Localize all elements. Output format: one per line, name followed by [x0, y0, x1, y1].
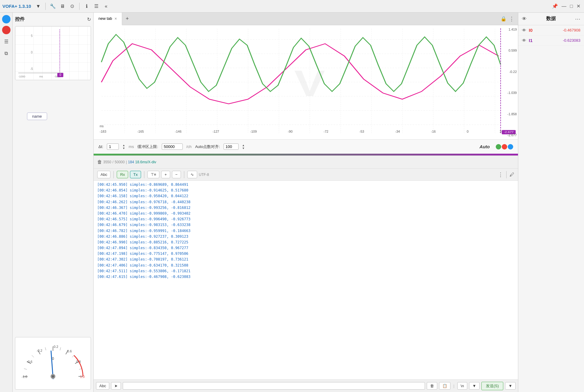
x-label: -109 [250, 130, 257, 133]
record-button[interactable] [2, 26, 11, 34]
serial-current: 3550 [103, 160, 111, 164]
green-dot[interactable] [496, 144, 501, 149]
tab-right-controls: 🔒 ⋮ [501, 16, 518, 22]
arrow-btn[interactable]: ➤ [111, 382, 121, 390]
log-line: [00:42:47.094] simples:-0.834350, 0.9672… [97, 245, 514, 251]
chart-area[interactable]: V -2.677 1.419 0.599 -0.22 -1.039 -1.858… [94, 25, 518, 139]
x-label: -165 [137, 130, 144, 133]
waveform-chart: V -2.677 [94, 25, 518, 139]
svg-text:0: 0 [52, 357, 54, 361]
log-line: [00:42:46.054] simples:-0.914625, 0.5176… [97, 188, 514, 193]
tab-add-button[interactable]: + [122, 16, 133, 22]
back-icon[interactable]: « [102, 3, 110, 10]
newline-dropdown[interactable]: ▼ [469, 382, 480, 390]
send-button[interactable]: 发送(S) [481, 382, 503, 390]
monitor-icon[interactable]: 🖥 [59, 3, 66, 10]
mini-chart[interactable]: 5 0 -5 -1000 ms -500 0 [15, 26, 91, 80]
serial-sep1: / [113, 160, 113, 164]
log-line: [00:42:46.679] simples:-0.983153, -0.633… [97, 222, 514, 228]
trash-icon[interactable]: 🗑 [97, 159, 102, 165]
abc-input-btn[interactable]: Abc [96, 382, 109, 390]
separator2 [79, 3, 80, 10]
auto-spinner[interactable]: ▲▼ [242, 144, 245, 150]
fingerprint-icon[interactable]: ☰ [93, 3, 100, 10]
serial-input-field[interactable] [123, 382, 425, 390]
left-panel: 控件 ↻ 5 0 -5 -1000 ms -500 [13, 13, 94, 392]
log-line: [00:42:47.198] simples:-0.775147, 0.9705… [97, 251, 514, 257]
minimize-button[interactable]: — [560, 4, 567, 9]
tab-label: new tab [98, 16, 112, 21]
gauge[interactable]: -1.0 -0.6 -0.2 0.2 0.6 0.8 1.0 0 [15, 337, 91, 390]
lock-icon[interactable]: 🔒 [501, 16, 507, 22]
x-axis-labels: -183 -165 -146 -127 -109 -90 -72 -53 -34… [100, 130, 501, 133]
svg-text:-0.6: -0.6 [27, 360, 32, 363]
name-button[interactable]: name [27, 113, 47, 120]
send-dropdown[interactable]: ▼ [505, 382, 516, 390]
tab-menu-icon[interactable]: ⋮ [509, 16, 514, 22]
separator [45, 3, 46, 10]
tab-new-tab[interactable]: new tab × [94, 13, 122, 25]
align-button[interactable]: ⊤≡ [147, 171, 160, 178]
plus-button[interactable]: + [161, 171, 170, 178]
serial-erase-icon[interactable]: 🖊 [510, 172, 514, 177]
abc-button[interactable]: Abc [97, 171, 110, 178]
maximize-button[interactable]: □ [569, 4, 574, 9]
buffer-input[interactable] [162, 143, 183, 150]
channel-1-row: 👁 I1 -0.623083 [518, 35, 584, 46]
target-icon[interactable]: ⊙ [68, 3, 76, 10]
x-label: -90 [288, 130, 293, 133]
svg-line-18 [24, 369, 27, 369]
serial-pipe: | [126, 160, 127, 164]
main-layout: ☰ ⧉ 控件 ↻ 5 0 -5 [0, 13, 584, 392]
channel-1-eye-icon[interactable]: 👁 [522, 38, 526, 43]
red-dot[interactable] [502, 144, 507, 149]
sep2 [144, 171, 144, 178]
eye-header-icon[interactable]: 👁 [522, 16, 527, 22]
chart-controls: Δt: ▲▼ ms 缓冲区上限: /ch Auto点数对齐: ▲▼ Auto [94, 139, 518, 154]
right-panel: 👁 数据 ⋯ 👁 I0 -0.467908 👁 I1 -0.623083 [518, 13, 584, 392]
right-panel-menu-icon[interactable]: ⋯ [575, 16, 580, 22]
delta-t-spinner[interactable]: ▲▼ [122, 144, 125, 150]
channel-0-eye-icon[interactable]: 👁 [522, 28, 526, 33]
dropdown-arrow-icon[interactable]: ▼ [35, 3, 42, 10]
svg-line-22 [72, 355, 74, 357]
rx-button[interactable]: Rx [117, 171, 128, 178]
delta-t-input[interactable] [107, 143, 119, 150]
serial-rate: 18.6ms/X-div [135, 160, 156, 164]
svg-rect-0 [15, 26, 91, 80]
ms-unit: ms [129, 144, 134, 149]
svg-text:-5: -5 [30, 67, 33, 71]
log-line: [00:42:47.511] simples:-0.553806, -0.171… [97, 268, 514, 274]
wrench-icon[interactable]: 🔧 [49, 3, 56, 10]
serial-max: 50000 [115, 160, 125, 164]
channel-1-label: I1 [529, 38, 560, 43]
blue-dot[interactable] [508, 144, 513, 149]
close-button[interactable]: ✕ [575, 3, 582, 9]
sep3 [184, 171, 184, 178]
menu-icon[interactable]: ☰ [2, 37, 11, 46]
mini-chart-svg: 5 0 -5 -1000 ms -500 0 [15, 26, 91, 80]
status-indicator[interactable] [2, 15, 11, 23]
tx-button[interactable]: Tx [130, 171, 141, 178]
layers-icon[interactable]: ⧉ [2, 49, 11, 58]
refresh-icon[interactable]: ↻ [87, 17, 91, 22]
eraser-btn[interactable]: 🗑 [427, 382, 437, 390]
svg-text:1.0: 1.0 [80, 375, 85, 378]
buffer-label: 缓冲区上限: [137, 144, 158, 149]
serial-input-bar: Abc ➤ 🗑 📋 | \n ▼ 发送(S) ▼ [94, 379, 518, 392]
svg-text:0: 0 [59, 73, 61, 77]
wave-button[interactable]: ∿ [187, 171, 197, 178]
serial-dots-icon[interactable]: ⋮ [498, 171, 503, 178]
tab-close-icon[interactable]: × [115, 16, 117, 21]
serial-log[interactable]: [00:42:45.950] simples:-0.869689, 0.8644… [94, 181, 518, 379]
left-panel-title: 控件 [15, 16, 25, 23]
auto-value-input[interactable] [224, 143, 239, 150]
app-title: VOFA+ 1.3.10 [2, 4, 31, 9]
x-label: -72 [324, 130, 328, 133]
clipboard-btn[interactable]: 📋 [439, 382, 450, 390]
log-line: [00:42:46.470] simples:-0.999869, -0.993… [97, 211, 514, 216]
info-icon[interactable]: ℹ [83, 3, 90, 10]
newline-btn[interactable]: \n [457, 382, 467, 390]
minus-button[interactable]: − [172, 171, 181, 178]
pin-icon[interactable]: 📌 [551, 3, 559, 9]
